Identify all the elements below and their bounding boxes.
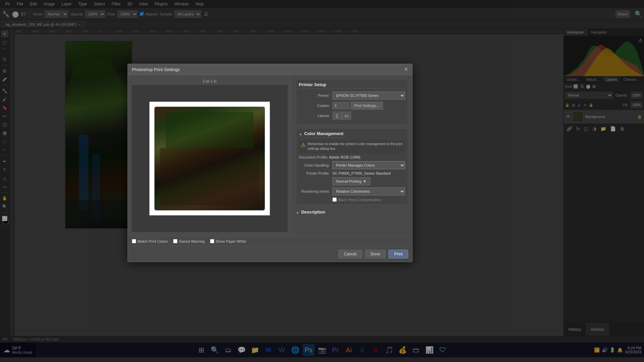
doc-profile-label: Document Profile: <box>299 155 328 159</box>
printer-setup-section: Printer Setup Printer: EPSON SC-P7000 Se… <box>296 79 408 125</box>
match-print-colors-label[interactable]: Match Print Colors <box>132 239 168 243</box>
normal-printing-row: Normal Printing ▼ <box>332 177 405 185</box>
layout-portrait-button[interactable]: ▯ <box>332 112 342 120</box>
copies-row: Copies: Print Settings... <box>299 102 405 110</box>
normal-printing-button[interactable]: Normal Printing ▼ <box>332 177 370 185</box>
copies-label: Copies: <box>299 104 332 108</box>
dialog-close-button[interactable]: ✕ <box>404 67 408 72</box>
color-management-section: ▼ Color Management ⚠ Remember to enable … <box>296 128 408 205</box>
print-settings-button[interactable]: Print Settings... <box>351 102 383 110</box>
match-print-colors-checkbox[interactable] <box>132 239 136 243</box>
layout-landscape-button[interactable]: ▭ <box>342 112 351 120</box>
print-preview-area <box>132 85 287 232</box>
layout-row: Layout: ▯ ▭ <box>299 112 405 120</box>
gamut-warning-checkbox[interactable] <box>173 239 177 243</box>
dialog-settings-panel: Printer Setup Printer: EPSON SC-P7000 Se… <box>291 75 412 236</box>
printer-row: Printer: EPSON SC-P7000 Series <box>299 92 405 100</box>
rendering-intent-row: Rendering Intent: Relative Colorimetric <box>299 187 405 195</box>
color-warning-box: ⚠ Remember to enable the printer's color… <box>299 140 405 153</box>
done-button[interactable]: Done <box>365 250 386 258</box>
show-paper-white-checkbox[interactable] <box>210 239 214 243</box>
print-preview-paper <box>149 102 270 216</box>
print-size-label: 2 px 1 in <box>203 79 217 83</box>
print-handle-bl[interactable] <box>154 209 156 210</box>
print-dialog: Photoshop Print Settings ✕ 2 px 1 in <box>127 64 413 262</box>
normal-printing-dropdown-icon: ▼ <box>363 179 367 183</box>
match-print-colors-text: Match Print Colors <box>138 239 168 243</box>
color-management-toggle[interactable]: ▼ Color Management <box>299 131 405 138</box>
cancel-button[interactable]: Cancel <box>338 250 362 258</box>
black-point-checkbox[interactable] <box>332 197 337 202</box>
print-handle-tl[interactable] <box>154 107 156 108</box>
show-paper-white-text: Show Paper White <box>216 239 246 243</box>
black-point-label: Black Point Compensation <box>338 198 381 202</box>
dialog-action-buttons: Cancel Done Print <box>128 246 412 262</box>
show-paper-white-label[interactable]: Show Paper White <box>210 239 246 243</box>
printer-setup-title: Printer Setup <box>299 82 405 89</box>
printer-profile-label: Printer Profile: <box>299 171 332 175</box>
printer-label: Printer: <box>299 94 332 98</box>
dialog-title-bar: Photoshop Print Settings ✕ <box>128 64 412 75</box>
print-button[interactable]: Print <box>388 250 408 258</box>
doc-profile-value: Adobe RGB (1998) <box>329 155 361 159</box>
color-handling-label: Color Handling: <box>299 163 332 167</box>
rendering-intent-label: Rendering Intent: <box>299 189 332 193</box>
toggle-arrow-icon: ▼ <box>299 133 302 136</box>
doc-profile-row: Document Profile: Adobe RGB (1998) <box>299 155 405 159</box>
description-arrow-icon: ▼ <box>296 211 299 215</box>
print-handle-tr[interactable] <box>264 107 265 108</box>
copies-input[interactable] <box>332 102 349 109</box>
dialog-body: 2 px 1 in <box>128 75 412 236</box>
description-title: Description <box>301 209 325 216</box>
normal-printing-label: Normal Printing <box>336 179 362 183</box>
dialog-title: Photoshop Print Settings <box>132 67 180 72</box>
black-point-row: Black Point Compensation <box>332 197 405 202</box>
printer-profile-row: Printer Profile: SC-P9000_P7000_Series S… <box>299 171 405 175</box>
printer-select[interactable]: EPSON SC-P7000 Series <box>332 92 405 100</box>
print-handle-br[interactable] <box>264 209 265 210</box>
color-management-title: Color Management <box>304 131 343 138</box>
description-toggle[interactable]: ▼ Description <box>296 209 408 216</box>
warning-text: Remember to enable the printer's color m… <box>308 142 403 151</box>
description-section: ▼ Description <box>296 209 408 216</box>
dialog-preview-panel: 2 px 1 in <box>128 75 291 236</box>
warning-icon: ⚠ <box>301 142 306 148</box>
print-preview-image <box>154 107 265 210</box>
color-handling-select[interactable]: Printer Manages Colors <box>332 161 405 169</box>
gamut-warning-label[interactable]: Gamut Warning <box>173 239 205 243</box>
gamut-warning-text: Gamut Warning <box>179 239 205 243</box>
dialog-overlay: Photoshop Print Settings ✕ 2 px 1 in <box>0 0 644 362</box>
dialog-bottom-bar: Match Print Colors Gamut Warning Show Pa… <box>128 236 412 246</box>
color-handling-row: Color Handling: Printer Manages Colors <box>299 161 405 169</box>
layout-label: Layout: <box>299 114 332 118</box>
printer-profile-value: SC-P9000_P7000_Series Standard <box>332 171 405 175</box>
rendering-intent-select[interactable]: Relative Colorimetric <box>332 187 405 195</box>
